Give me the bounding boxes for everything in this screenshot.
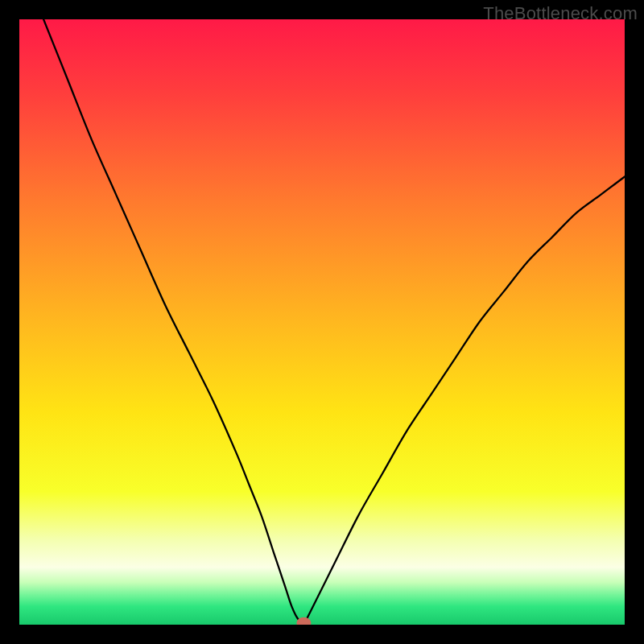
chart-container: TheBottleneck.com bbox=[0, 0, 644, 644]
plot-area bbox=[19, 19, 625, 625]
watermark-text: TheBottleneck.com bbox=[483, 3, 638, 24]
chart-svg bbox=[19, 19, 625, 625]
gradient-background bbox=[19, 19, 625, 625]
